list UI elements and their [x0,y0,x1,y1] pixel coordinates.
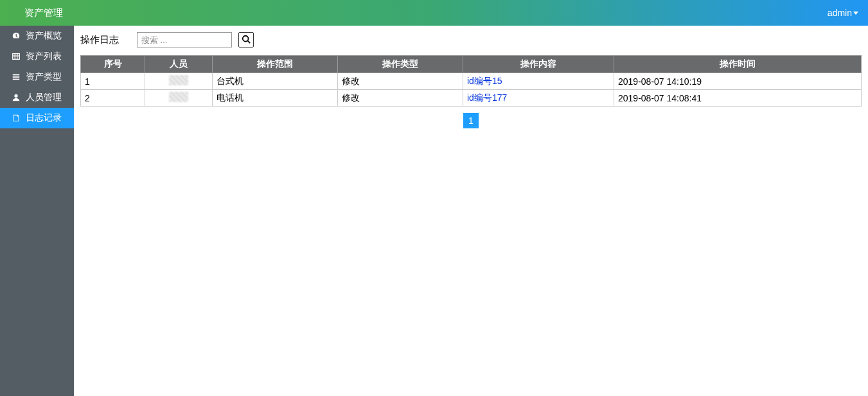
sidebar-item-overview[interactable]: 资产概览 [0,26,74,46]
sidebar-item-types[interactable]: 资产类型 [0,67,74,87]
sidebar-item-label: 资产概览 [26,30,62,42]
cell-type: 修改 [338,90,463,107]
search-button[interactable] [238,32,254,47]
caret-down-icon [853,12,858,15]
cell-type: 修改 [338,73,463,90]
cell-seq: 1 [81,73,145,90]
table-header-row: 序号 人员 操作范围 操作类型 操作内容 操作时间 [81,56,862,73]
sidebar-item-logs[interactable]: 日志记录 [0,108,74,128]
cell-person [145,90,213,107]
sidebar-item-assets[interactable]: 资产列表 [0,46,74,67]
category-icon [10,73,22,82]
cell-time: 2019-08-07 14:10:19 [614,73,862,90]
sidebar-item-label: 人员管理 [26,92,62,103]
cell-seq: 2 [81,90,145,107]
sidebar: 资产概览 资产列表 资产类型 人员管理 日志记录 [0,26,74,396]
svg-line-9 [248,40,251,43]
sidebar-item-people[interactable]: 人员管理 [0,87,74,108]
sidebar-item-label: 资产类型 [26,71,62,83]
col-type: 操作类型 [338,56,463,73]
table-row: 2 电话机 修改 id编号177 2019-08-07 14:08:41 [81,90,862,107]
cell-scope: 电话机 [213,90,338,107]
col-time: 操作时间 [614,56,862,73]
col-person: 人员 [145,56,213,73]
search-input[interactable] [137,32,232,47]
pagination: 1 [80,113,862,128]
list-icon [10,52,22,61]
app-title: 资产管理 [24,7,63,19]
svg-rect-0 [13,54,20,60]
content-link[interactable]: id编号15 [467,76,502,86]
dashboard-icon [10,31,22,40]
cell-content: id编号177 [463,90,614,107]
page-title: 操作日志 [80,34,119,46]
log-icon [10,114,22,123]
sidebar-item-label: 资产列表 [26,51,62,62]
sidebar-item-label: 日志记录 [26,112,62,124]
search-icon [242,35,251,46]
cell-time: 2019-08-07 14:08:41 [614,90,862,107]
person-icon [10,93,22,102]
toolbar: 操作日志 [80,32,862,47]
main-content: 操作日志 序号 人员 操作范围 [74,26,868,396]
svg-rect-4 [13,74,20,76]
content-link[interactable]: id编号177 [467,92,507,103]
username-label: admin [828,8,852,18]
avatar-blur [169,75,188,85]
cell-scope: 台式机 [213,73,338,90]
log-table: 序号 人员 操作范围 操作类型 操作内容 操作时间 1 台式机 修改 id编号1… [80,55,862,107]
svg-point-7 [14,94,17,98]
user-menu[interactable]: admin [828,8,858,18]
svg-rect-5 [13,76,20,78]
cell-content: id编号15 [463,73,614,90]
avatar-blur [169,92,188,102]
col-seq: 序号 [81,56,145,73]
page-button-1[interactable]: 1 [463,113,479,128]
col-scope: 操作范围 [213,56,338,73]
svg-point-8 [243,35,249,41]
table-row: 1 台式机 修改 id编号15 2019-08-07 14:10:19 [81,73,862,90]
app-header: 资产管理 admin [0,0,868,26]
col-content: 操作内容 [463,56,614,73]
svg-rect-6 [13,79,20,80]
cell-person [145,73,213,90]
